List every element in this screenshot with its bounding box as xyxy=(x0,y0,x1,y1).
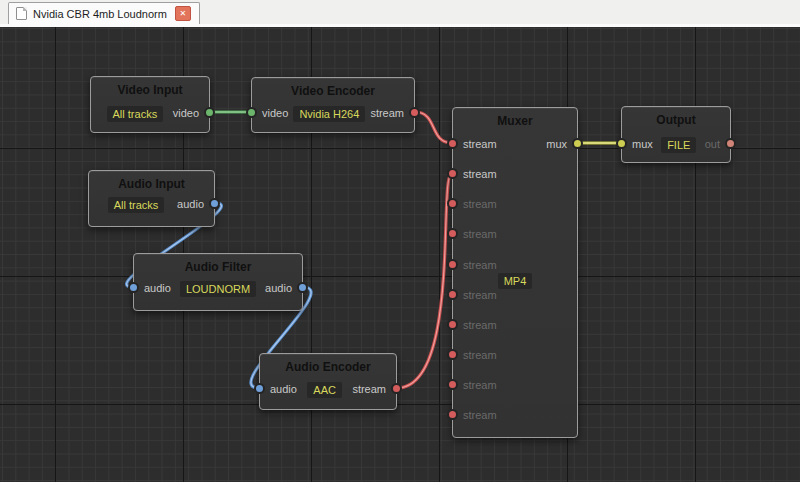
node-row: stream xyxy=(453,405,577,425)
node-title: Audio Input xyxy=(89,177,214,191)
node-title: Output xyxy=(622,113,730,127)
node-title: Audio Encoder xyxy=(260,360,396,374)
tab-nvidia-cbr-4mb-loudnorm[interactable]: Nvidia CBR 4mb Loudnorm ✕ xyxy=(8,2,200,24)
port-label-stream: stream xyxy=(463,379,497,391)
node-row: All tracksaudio xyxy=(89,194,214,214)
port-label-stream: stream xyxy=(463,198,497,210)
wire-red-audio-encoder.stream-to-muxer.stream-2[interactable] xyxy=(397,173,452,388)
port-label-stream: stream xyxy=(463,319,497,331)
port-label-stream: stream xyxy=(463,289,497,301)
node-row: stream xyxy=(453,194,577,214)
node-title: Audio Filter xyxy=(134,260,302,274)
node-row: stream xyxy=(453,345,577,365)
node-value[interactable]: All tracks xyxy=(107,106,164,122)
port-label-stream: stream xyxy=(370,107,404,119)
node-audio-input[interactable]: Audio InputAll tracksaudio xyxy=(88,170,215,227)
node-value[interactable]: All tracks xyxy=(108,197,165,213)
tab-close-button[interactable]: ✕ xyxy=(175,6,191,21)
node-audio-filter[interactable]: Audio FilteraudioLOUDNORMaudio xyxy=(133,253,303,311)
port-label-video: video xyxy=(173,107,199,119)
document-icon xyxy=(16,7,27,20)
port-label-mux: mux xyxy=(632,138,653,150)
port-label-audio: audio xyxy=(177,198,204,210)
node-row: audioAACstream xyxy=(260,379,396,399)
node-audio-encoder[interactable]: Audio EncoderaudioAACstream xyxy=(259,353,397,410)
node-row: stream xyxy=(453,224,577,244)
port-label-stream: stream xyxy=(463,409,497,421)
node-value[interactable]: LOUDNORM xyxy=(180,281,256,297)
node-row: audioLOUDNORMaudio xyxy=(134,278,302,298)
node-value[interactable]: AAC xyxy=(307,382,342,398)
node-video-encoder[interactable]: Video EncodervideoNvidia H264stream xyxy=(251,77,415,133)
node-output[interactable]: OutputmuxFILEout xyxy=(621,106,731,163)
wire-red-video-encoder.stream-to-muxer.stream-1[interactable] xyxy=(415,112,452,143)
tab-bar: Nvidia CBR 4mb Loudnorm ✕ xyxy=(0,0,800,24)
port-label-stream: stream xyxy=(463,138,497,150)
port-label-audio: audio xyxy=(270,383,297,395)
node-title: Video Encoder xyxy=(252,84,414,98)
port-label-stream: stream xyxy=(463,349,497,361)
port-label-audio: audio xyxy=(265,282,292,294)
port-label-out: out xyxy=(705,138,720,150)
node-value[interactable]: MP4 xyxy=(498,273,533,289)
port-label-stream: stream xyxy=(463,228,497,240)
port-label-stream: stream xyxy=(352,383,386,395)
node-row: All tracksvideo xyxy=(91,103,209,123)
port-label-mux: mux xyxy=(546,138,567,150)
node-muxer[interactable]: Muxerstreammuxstreamstreamstreamstreamst… xyxy=(452,107,578,438)
node-row: muxFILEout xyxy=(622,134,730,154)
port-label-stream: stream xyxy=(463,168,497,180)
node-row: stream xyxy=(453,315,577,335)
node-title: Video Input xyxy=(91,83,209,97)
tab-title: Nvidia CBR 4mb Loudnorm xyxy=(33,8,167,20)
node-title: Muxer xyxy=(453,114,577,128)
node-value[interactable]: FILE xyxy=(661,137,696,153)
port-label-video: video xyxy=(262,107,288,119)
port-label-audio: audio xyxy=(144,282,171,294)
node-row: streammux xyxy=(453,134,577,154)
node-video-input[interactable]: Video InputAll tracksvideo xyxy=(90,76,210,133)
node-value[interactable]: Nvidia H264 xyxy=(293,106,365,122)
node-row: stream xyxy=(453,375,577,395)
node-row: stream xyxy=(453,164,577,184)
node-row: MP4 xyxy=(453,270,577,290)
node-row: videoNvidia H264stream xyxy=(252,103,414,123)
node-editor-canvas[interactable]: Video InputAll tracksvideoVideo Encoderv… xyxy=(0,27,800,482)
